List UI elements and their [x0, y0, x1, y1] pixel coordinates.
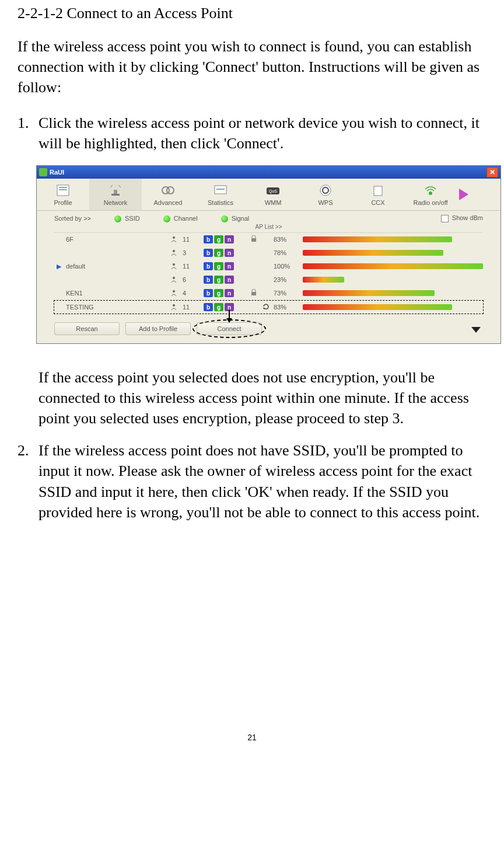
step-2-number: 2.	[18, 440, 38, 522]
ap-signal-percent: 78%	[274, 249, 303, 256]
ap-ssid: default	[64, 263, 165, 270]
ap-signal-percent: 83%	[274, 304, 303, 311]
close-button[interactable]: ✕	[487, 167, 498, 177]
ap-row[interactable]: 6F11bgn83%	[54, 233, 483, 246]
svg-point-21	[173, 277, 175, 279]
intro-paragraph: If the wireless access point you wish to…	[18, 36, 487, 98]
signal-bar	[303, 250, 483, 256]
svg-rect-3	[114, 190, 117, 194]
tab-radio-label: Radio on/off	[413, 199, 447, 206]
profile-icon	[55, 183, 71, 198]
raui-window: RaUI ✕ Profile Network	[36, 165, 501, 344]
svg-rect-23	[251, 292, 256, 295]
svg-point-8	[167, 187, 174, 194]
ap-channel: 3	[183, 249, 204, 256]
ap-ssid: 6F	[64, 236, 165, 243]
ap-channel: 11	[183, 304, 204, 311]
step-1-text: Click the wireless access point or netwo…	[38, 113, 487, 154]
tab-wps[interactable]: WPS	[299, 179, 352, 210]
add-to-profile-button[interactable]: Add to Profile	[125, 322, 191, 335]
ap-row[interactable]: ▶default11bgn100%	[54, 260, 483, 273]
window-title: RaUI	[50, 169, 487, 176]
svg-rect-14	[374, 186, 382, 196]
svg-point-15	[429, 191, 432, 195]
ap-mode-badges: bgn	[204, 262, 250, 270]
svg-line-6	[118, 185, 121, 187]
tab-wmm-label: WMM	[265, 199, 282, 206]
ap-type-icon	[165, 262, 183, 270]
sort-channel-label: Channel	[174, 215, 198, 222]
ap-row[interactable]: 3bgn78%	[54, 246, 483, 260]
sorted-by-label: Sorted by >>	[54, 215, 91, 222]
collapse-arrow-icon[interactable]	[471, 327, 481, 334]
ap-channel: 11	[183, 263, 204, 270]
signal-bar	[303, 277, 483, 283]
connect-button[interactable]: Connect	[197, 322, 262, 335]
rescan-button[interactable]: Rescan	[54, 322, 120, 335]
tab-wmm[interactable]: QoS WMM	[247, 179, 299, 210]
titlebar: RaUI ✕	[37, 166, 501, 179]
ap-mode-badges: bgn	[204, 249, 250, 257]
toolbar: Profile Network Advanced	[37, 179, 501, 211]
tab-advanced[interactable]: Advanced	[142, 179, 194, 210]
tab-wps-label: WPS	[318, 199, 332, 206]
ap-signal-percent: 83%	[274, 236, 303, 243]
svg-marker-27	[226, 318, 232, 323]
ap-ssid: KEN1	[64, 290, 165, 297]
ap-channel: 6	[183, 276, 204, 283]
button-row: Rescan Add to Profile Connect	[37, 316, 501, 343]
close-icon: ✕	[489, 168, 495, 176]
checkbox-icon	[441, 215, 449, 222]
ap-row[interactable]: TESTING11bgn83%	[54, 300, 484, 314]
signal-bar	[303, 290, 483, 296]
current-marker-icon: ▶	[54, 263, 64, 270]
ap-channel: 11	[183, 236, 204, 243]
svg-point-24	[173, 304, 175, 307]
page-number: 21	[18, 733, 487, 742]
show-dbm-checkbox[interactable]: Show dBm	[441, 214, 483, 222]
tab-radio[interactable]: Radio on/off	[404, 179, 457, 210]
step-2-text: If the wireless access point does not ha…	[38, 440, 487, 522]
tab-network[interactable]: Network	[89, 179, 142, 210]
after-shot-text: If the access point you selected does no…	[38, 367, 487, 429]
step-1-number: 1.	[18, 113, 38, 154]
tab-ccx[interactable]: CCX	[352, 179, 404, 210]
ap-signal-percent: 73%	[274, 290, 303, 297]
ap-list-label: AP List >>	[37, 224, 501, 232]
sort-ssid[interactable]: SSID	[114, 215, 140, 222]
svg-rect-10	[216, 189, 225, 190]
ap-row[interactable]: 6bgn23%	[54, 273, 483, 287]
connect-button-label: Connect	[218, 325, 242, 332]
svg-rect-18	[251, 238, 256, 242]
radio-dot-icon	[114, 215, 121, 222]
sort-row: Sorted by >> SSID Channel Signal Show dB…	[37, 211, 501, 224]
sort-channel[interactable]: Channel	[163, 215, 198, 222]
refresh-icon	[262, 302, 274, 312]
ap-row[interactable]: KEN14bgn73%	[54, 287, 483, 300]
ap-channel: 4	[183, 290, 204, 297]
sort-signal[interactable]: Signal	[221, 215, 250, 222]
wmm-icon: QoS	[264, 183, 282, 198]
radio-dot-icon	[221, 215, 228, 222]
expand-arrow-icon[interactable]	[457, 179, 471, 210]
after-shot-indent	[18, 367, 38, 429]
ap-type-icon	[165, 235, 183, 243]
svg-point-17	[173, 236, 175, 239]
tab-statistics[interactable]: Statistics	[194, 179, 247, 210]
signal-bar	[303, 236, 483, 242]
svg-rect-4	[111, 194, 120, 196]
ap-type-icon	[165, 303, 183, 311]
signal-bar	[303, 304, 483, 310]
tab-profile[interactable]: Profile	[37, 179, 89, 210]
sort-ssid-label: SSID	[125, 215, 140, 222]
lock-icon	[250, 235, 262, 243]
ap-type-icon	[165, 276, 183, 284]
statistics-icon	[213, 183, 228, 198]
section-heading: 2-2-1-2 Connect to an Access Point	[18, 5, 487, 22]
svg-point-19	[173, 250, 175, 252]
ap-type-icon	[165, 289, 183, 297]
tab-profile-label: Profile	[54, 199, 72, 206]
ap-signal-percent: 23%	[274, 276, 303, 283]
signal-bar	[303, 263, 483, 269]
svg-line-5	[110, 185, 113, 187]
